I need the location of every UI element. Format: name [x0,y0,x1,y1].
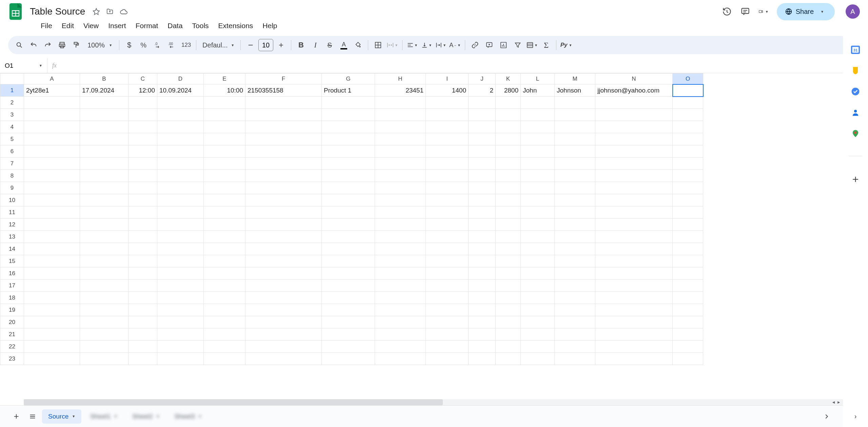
cell[interactable] [80,243,129,255]
cell[interactable] [245,121,322,133]
cell[interactable] [469,158,496,170]
cell[interactable] [129,133,157,145]
cell[interactable] [375,243,426,255]
cell[interactable] [469,121,496,133]
cell[interactable] [322,255,375,267]
cell[interactable] [521,121,555,133]
cell[interactable] [204,280,245,292]
cell[interactable] [595,170,673,182]
cell[interactable] [555,121,595,133]
cell[interactable] [157,219,204,231]
cell[interactable] [496,170,521,182]
cell[interactable] [595,133,673,145]
cell[interactable] [426,341,469,353]
cell[interactable] [375,133,426,145]
cell[interactable] [129,97,157,109]
row-header[interactable]: 22 [0,341,24,353]
cell[interactable] [496,109,521,121]
merge-cells-icon[interactable]: ▼ [386,39,399,52]
cell[interactable] [245,341,322,353]
cell[interactable] [375,158,426,170]
cell[interactable] [521,243,555,255]
cell[interactable] [322,194,375,206]
menu-tools[interactable]: Tools [188,20,213,31]
cell[interactable] [555,304,595,316]
row-header[interactable]: 3 [0,109,24,121]
formula-input[interactable] [61,58,868,73]
cell[interactable] [129,194,157,206]
cell[interactable] [469,304,496,316]
name-box[interactable]: O1▼ [0,58,47,73]
cell[interactable] [521,145,555,158]
cell[interactable] [426,292,469,304]
cell[interactable] [129,219,157,231]
cell[interactable]: 17.09.2024 [80,84,129,97]
cell[interactable] [496,280,521,292]
cell[interactable] [375,145,426,158]
cell[interactable] [375,341,426,353]
cell[interactable] [375,316,426,328]
cell[interactable] [80,145,129,158]
cell[interactable] [322,170,375,182]
cell[interactable] [375,170,426,182]
cell[interactable] [322,243,375,255]
cell[interactable]: jjohnson@yahoo.com [595,84,673,97]
cell[interactable] [521,158,555,170]
cell[interactable] [322,182,375,194]
cell[interactable] [24,267,80,280]
star-icon[interactable] [93,8,100,15]
cell[interactable] [24,280,80,292]
cell[interactable] [595,109,673,121]
cell[interactable] [469,341,496,353]
cell[interactable] [469,145,496,158]
row-header[interactable]: 20 [0,316,24,328]
sheet-tab-other[interactable]: Sheet3▼ [168,409,208,424]
column-header[interactable]: D [157,74,204,84]
cell[interactable] [426,280,469,292]
meet-icon[interactable]: ▼ [758,6,769,17]
cell[interactable] [555,133,595,145]
cell[interactable] [204,182,245,194]
cell[interactable] [375,267,426,280]
cell[interactable]: 2 [469,84,496,97]
column-header[interactable]: A [24,74,80,84]
cell[interactable] [673,133,703,145]
document-title[interactable]: Table Source [27,5,88,18]
cell[interactable] [673,158,703,170]
decrease-fontsize-icon[interactable]: − [244,39,257,52]
cell[interactable] [595,304,673,316]
cell[interactable] [496,133,521,145]
cell[interactable] [673,84,703,97]
cell[interactable] [80,194,129,206]
cell[interactable] [673,267,703,280]
cell[interactable] [555,97,595,109]
column-header[interactable]: G [322,74,375,84]
column-header[interactable]: K [496,74,521,84]
cell[interactable]: Johnson [555,84,595,97]
cell[interactable]: 1400 [426,84,469,97]
cell[interactable] [204,170,245,182]
cell[interactable] [521,182,555,194]
cell[interactable] [157,170,204,182]
cell[interactable] [521,267,555,280]
cell[interactable] [24,255,80,267]
column-header[interactable]: I [426,74,469,84]
cell[interactable] [595,182,673,194]
row-header[interactable]: 23 [0,353,24,365]
cell[interactable] [24,243,80,255]
tasks-addon-icon[interactable] [850,86,861,97]
cell[interactable] [496,341,521,353]
cell[interactable] [496,243,521,255]
row-header[interactable]: 8 [0,170,24,182]
cell[interactable] [322,304,375,316]
cell[interactable]: 12:00 [129,84,157,97]
cell[interactable]: 10:00 [204,84,245,97]
cell[interactable] [204,206,245,219]
cell[interactable] [426,133,469,145]
cell[interactable] [129,267,157,280]
cell[interactable] [469,316,496,328]
column-header[interactable]: F [245,74,322,84]
cell[interactable] [555,255,595,267]
cell[interactable] [469,255,496,267]
cell[interactable] [555,158,595,170]
